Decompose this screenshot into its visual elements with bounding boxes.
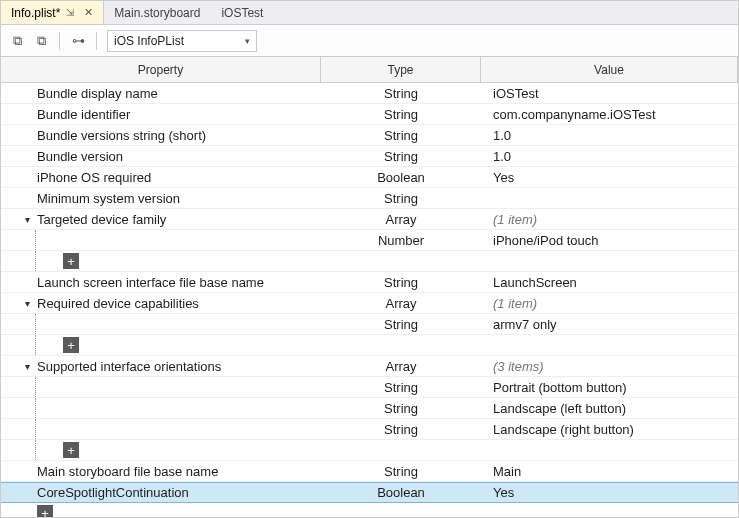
property-cell[interactable]: Bundle versions string (short) xyxy=(1,125,321,145)
plist-row[interactable]: Bundle display nameStringiOSTest xyxy=(1,83,738,104)
plist-row[interactable]: Bundle versionString1.0 xyxy=(1,146,738,167)
add-row-button[interactable]: + xyxy=(63,253,79,269)
header-type[interactable]: Type xyxy=(321,57,481,82)
collapse-all-icon[interactable]: ⧉ xyxy=(33,33,49,49)
property-cell[interactable]: CoreSpotlightContinuation xyxy=(1,483,321,502)
property-cell[interactable] xyxy=(1,398,321,418)
type-cell[interactable]: Array xyxy=(321,293,481,313)
type-cell[interactable]: String xyxy=(321,104,481,124)
plist-row[interactable]: StringLandscape (left button) xyxy=(1,398,738,419)
property-cell[interactable]: + xyxy=(1,251,321,271)
property-cell[interactable] xyxy=(1,419,321,439)
plist-row[interactable]: StringLandscape (right button) xyxy=(1,419,738,440)
type-cell[interactable] xyxy=(321,251,481,271)
property-cell[interactable] xyxy=(1,377,321,397)
property-cell[interactable]: Bundle version xyxy=(1,146,321,166)
value-cell[interactable]: Landscape (right button) xyxy=(481,419,738,439)
value-cell[interactable]: 1.0 xyxy=(481,146,738,166)
add-row-button[interactable]: + xyxy=(63,337,79,353)
value-cell[interactable] xyxy=(481,335,738,355)
disclosure-triangle-icon[interactable]: ▾ xyxy=(21,298,33,309)
plist-row[interactable]: Minimum system versionString xyxy=(1,188,738,209)
value-cell[interactable]: Yes xyxy=(481,483,738,502)
key-icon[interactable]: ⊶ xyxy=(70,33,86,49)
value-cell[interactable] xyxy=(481,188,738,208)
value-cell[interactable]: Portrait (bottom button) xyxy=(481,377,738,397)
type-cell[interactable] xyxy=(321,440,481,460)
value-cell[interactable]: (1 item) xyxy=(481,293,738,313)
plist-row[interactable]: + xyxy=(1,335,738,356)
type-cell[interactable]: String xyxy=(321,83,481,103)
plist-row[interactable]: Stringarmv7 only xyxy=(1,314,738,335)
property-cell[interactable] xyxy=(1,314,321,334)
tab-info-plist-[interactable]: Info.plist*⇲✕ xyxy=(1,1,104,24)
type-cell[interactable]: Array xyxy=(321,209,481,229)
property-cell[interactable]: + xyxy=(1,503,321,518)
property-cell[interactable]: Main storyboard file base name xyxy=(1,461,321,481)
type-cell[interactable]: String xyxy=(321,419,481,439)
plist-row[interactable]: NumberiPhone/iPod touch xyxy=(1,230,738,251)
value-cell[interactable] xyxy=(481,251,738,271)
type-cell[interactable]: Number xyxy=(321,230,481,250)
header-value[interactable]: Value xyxy=(481,57,738,82)
plist-row[interactable]: CoreSpotlightContinuationBooleanYes xyxy=(1,482,738,503)
value-cell[interactable]: 1.0 xyxy=(481,125,738,145)
type-cell[interactable]: String xyxy=(321,377,481,397)
type-cell[interactable] xyxy=(321,335,481,355)
type-cell[interactable]: String xyxy=(321,461,481,481)
disclosure-triangle-icon[interactable]: ▾ xyxy=(21,361,33,372)
type-cell[interactable] xyxy=(321,503,481,518)
plist-row[interactable]: + xyxy=(1,503,738,518)
property-cell[interactable]: iPhone OS required xyxy=(1,167,321,187)
property-cell[interactable]: Bundle display name xyxy=(1,83,321,103)
type-cell[interactable]: String xyxy=(321,272,481,292)
plist-row[interactable]: iPhone OS requiredBooleanYes xyxy=(1,167,738,188)
plist-row[interactable]: ▾Required device capabilitiesArray(1 ite… xyxy=(1,293,738,314)
plist-row[interactable]: Bundle identifierStringcom.companyname.i… xyxy=(1,104,738,125)
property-cell[interactable]: Launch screen interface file base name xyxy=(1,272,321,292)
property-cell[interactable]: ▾Supported interface orientations xyxy=(1,356,321,376)
header-property[interactable]: Property xyxy=(1,57,321,82)
plist-row[interactable]: Main storyboard file base nameStringMain xyxy=(1,461,738,482)
value-cell[interactable]: Landscape (left button) xyxy=(481,398,738,418)
expand-all-icon[interactable]: ⧉ xyxy=(9,33,25,49)
plist-row[interactable]: ▾Targeted device familyArray(1 item) xyxy=(1,209,738,230)
property-cell[interactable]: + xyxy=(1,335,321,355)
value-cell[interactable]: (1 item) xyxy=(481,209,738,229)
value-cell[interactable]: armv7 only xyxy=(481,314,738,334)
type-cell[interactable]: String xyxy=(321,125,481,145)
value-cell[interactable] xyxy=(481,503,738,518)
property-cell[interactable]: + xyxy=(1,440,321,460)
value-cell[interactable]: Yes xyxy=(481,167,738,187)
plist-type-dropdown[interactable]: iOS InfoPList ▾ xyxy=(107,30,257,52)
tab-main-storyboard[interactable]: Main.storyboard xyxy=(104,1,211,24)
type-cell[interactable]: String xyxy=(321,398,481,418)
add-row-button[interactable]: + xyxy=(63,442,79,458)
property-cell[interactable]: Minimum system version xyxy=(1,188,321,208)
plist-row[interactable]: + xyxy=(1,251,738,272)
value-cell[interactable]: Main xyxy=(481,461,738,481)
type-cell[interactable]: Array xyxy=(321,356,481,376)
property-cell[interactable]: ▾Required device capabilities xyxy=(1,293,321,313)
type-cell[interactable]: Boolean xyxy=(321,167,481,187)
disclosure-triangle-icon[interactable]: ▾ xyxy=(21,214,33,225)
plist-row[interactable]: + xyxy=(1,440,738,461)
property-cell[interactable]: Bundle identifier xyxy=(1,104,321,124)
plist-row[interactable]: Launch screen interface file base nameSt… xyxy=(1,272,738,293)
plist-row[interactable]: StringPortrait (bottom button) xyxy=(1,377,738,398)
pin-icon[interactable]: ⇲ xyxy=(66,7,74,18)
close-icon[interactable]: ✕ xyxy=(84,6,93,19)
value-cell[interactable] xyxy=(481,440,738,460)
type-cell[interactable]: String xyxy=(321,146,481,166)
tab-iostest[interactable]: iOSTest xyxy=(211,1,274,24)
type-cell[interactable]: Boolean xyxy=(321,483,481,502)
value-cell[interactable]: iPhone/iPod touch xyxy=(481,230,738,250)
value-cell[interactable]: (3 items) xyxy=(481,356,738,376)
add-row-button[interactable]: + xyxy=(37,505,53,518)
property-cell[interactable]: ▾Targeted device family xyxy=(1,209,321,229)
type-cell[interactable]: String xyxy=(321,188,481,208)
value-cell[interactable]: LaunchScreen xyxy=(481,272,738,292)
value-cell[interactable]: iOSTest xyxy=(481,83,738,103)
property-cell[interactable] xyxy=(1,230,321,250)
plist-row[interactable]: Bundle versions string (short)String1.0 xyxy=(1,125,738,146)
